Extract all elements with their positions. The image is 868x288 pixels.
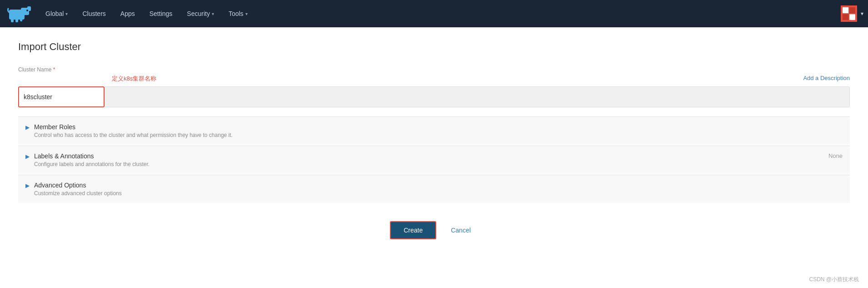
svg-rect-6 [20,18,22,21]
avatar-cell [843,14,848,20]
button-row: Create Cancel [18,221,850,248]
cluster-name-row: Cluster Name * 定义k8s集群名称 Add a Descripti… [18,66,850,83]
footer-note: CSDN @小蔡技术栈 [809,276,859,283]
navbar-security[interactable]: Security ▾ [180,0,221,27]
add-description-link[interactable]: Add a Description [803,66,850,81]
navbar-settings[interactable]: Settings [142,0,180,27]
cluster-name-label: Cluster Name * [18,66,105,73]
cluster-name-input[interactable] [18,86,105,107]
avatar-cell [843,7,848,13]
navbar-tools[interactable]: Tools ▾ [221,0,255,27]
cluster-name-field: Cluster Name * [18,66,105,75]
accordion-arrow-icon[interactable]: ▶ [25,153,30,160]
navbar: Global ▾ Clusters Apps Settings Security… [0,0,868,27]
chevron-down-icon: ▾ [65,11,68,16]
navbar-clusters[interactable]: Clusters [75,0,113,27]
cancel-button[interactable]: Cancel [444,222,478,238]
svg-rect-4 [11,18,14,22]
accordion-desc: Configure labels and annotations for the… [34,161,150,167]
navbar-global[interactable]: Global ▾ [38,0,75,27]
accordion-desc: Control who has access to the cluster an… [34,132,233,138]
avatar-cell [849,14,855,20]
accordion-title: Labels & Annotations [34,152,150,160]
cluster-name-hint: 定义k8s集群名称 [105,66,156,83]
chevron-down-icon: ▾ [245,11,248,16]
page-title: Import Cluster [18,41,850,53]
user-avatar[interactable] [841,5,857,22]
svg-point-3 [26,10,28,11]
navbar-apps[interactable]: Apps [113,0,142,27]
accordion-arrow-icon[interactable]: ▶ [25,182,30,189]
navbar-right: ▾ [841,5,863,22]
accordion-labels-annotations: ▶ Labels & Annotations Configure labels … [18,146,850,174]
cluster-name-input-wrap [18,86,850,107]
navbar-items: Global ▾ Clusters Apps Settings Security… [38,0,841,27]
avatar-cell [849,7,855,13]
logo-icon [7,4,34,23]
accordion-desc: Customize advanced cluster options [34,190,122,197]
main-content: Import Cluster Cluster Name * 定义k8s集群名称 … [0,27,868,288]
accordion-title: Member Roles [34,123,233,131]
accordion-right: None [828,152,843,159]
user-menu-chevron[interactable]: ▾ [861,10,863,17]
accordion-advanced-options: ▶ Advanced Options Customize advanced cl… [18,175,850,203]
description-area [105,86,850,107]
accordion-title: Advanced Options [34,182,122,189]
accordion-member-roles: ▶ Member Roles Control who has access to… [18,116,850,145]
accordion-arrow-icon[interactable]: ▶ [25,124,30,131]
chevron-down-icon: ▾ [212,11,214,16]
create-button[interactable]: Create [390,221,436,239]
app-logo[interactable] [5,2,36,25]
